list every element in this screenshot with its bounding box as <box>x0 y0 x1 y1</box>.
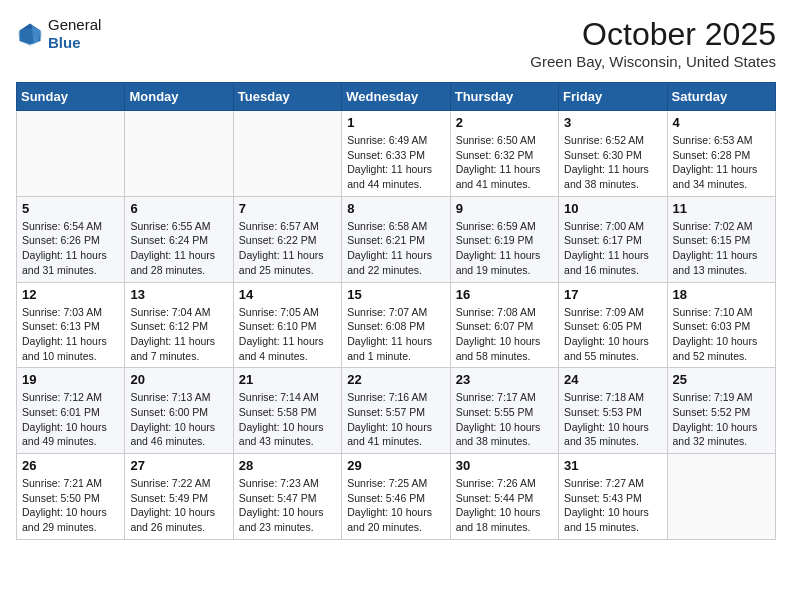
day-info: Sunrise: 7:23 AM Sunset: 5:47 PM Dayligh… <box>239 476 336 535</box>
calendar-week-1: 1Sunrise: 6:49 AM Sunset: 6:33 PM Daylig… <box>17 111 776 197</box>
day-info: Sunrise: 7:04 AM Sunset: 6:12 PM Dayligh… <box>130 305 227 364</box>
logo-icon <box>16 20 44 48</box>
weekday-header-wednesday: Wednesday <box>342 83 450 111</box>
day-number: 8 <box>347 201 444 216</box>
day-number: 5 <box>22 201 119 216</box>
day-number: 25 <box>673 372 770 387</box>
calendar-cell: 29Sunrise: 7:25 AM Sunset: 5:46 PM Dayli… <box>342 454 450 540</box>
calendar-cell <box>667 454 775 540</box>
day-info: Sunrise: 7:13 AM Sunset: 6:00 PM Dayligh… <box>130 390 227 449</box>
calendar-cell: 17Sunrise: 7:09 AM Sunset: 6:05 PM Dayli… <box>559 282 667 368</box>
day-number: 17 <box>564 287 661 302</box>
day-info: Sunrise: 7:08 AM Sunset: 6:07 PM Dayligh… <box>456 305 553 364</box>
weekday-header-friday: Friday <box>559 83 667 111</box>
day-number: 1 <box>347 115 444 130</box>
calendar-cell: 27Sunrise: 7:22 AM Sunset: 5:49 PM Dayli… <box>125 454 233 540</box>
calendar-cell: 15Sunrise: 7:07 AM Sunset: 6:08 PM Dayli… <box>342 282 450 368</box>
day-info: Sunrise: 6:54 AM Sunset: 6:26 PM Dayligh… <box>22 219 119 278</box>
calendar-cell: 18Sunrise: 7:10 AM Sunset: 6:03 PM Dayli… <box>667 282 775 368</box>
day-number: 4 <box>673 115 770 130</box>
calendar-week-2: 5Sunrise: 6:54 AM Sunset: 6:26 PM Daylig… <box>17 196 776 282</box>
day-info: Sunrise: 6:59 AM Sunset: 6:19 PM Dayligh… <box>456 219 553 278</box>
day-number: 30 <box>456 458 553 473</box>
calendar-cell <box>233 111 341 197</box>
day-info: Sunrise: 6:57 AM Sunset: 6:22 PM Dayligh… <box>239 219 336 278</box>
calendar-cell: 16Sunrise: 7:08 AM Sunset: 6:07 PM Dayli… <box>450 282 558 368</box>
day-info: Sunrise: 7:16 AM Sunset: 5:57 PM Dayligh… <box>347 390 444 449</box>
calendar-cell <box>125 111 233 197</box>
calendar-cell: 3Sunrise: 6:52 AM Sunset: 6:30 PM Daylig… <box>559 111 667 197</box>
calendar-cell: 13Sunrise: 7:04 AM Sunset: 6:12 PM Dayli… <box>125 282 233 368</box>
weekday-header-saturday: Saturday <box>667 83 775 111</box>
calendar-cell: 25Sunrise: 7:19 AM Sunset: 5:52 PM Dayli… <box>667 368 775 454</box>
day-number: 31 <box>564 458 661 473</box>
day-info: Sunrise: 6:55 AM Sunset: 6:24 PM Dayligh… <box>130 219 227 278</box>
day-number: 18 <box>673 287 770 302</box>
calendar-cell: 9Sunrise: 6:59 AM Sunset: 6:19 PM Daylig… <box>450 196 558 282</box>
day-number: 19 <box>22 372 119 387</box>
calendar-cell: 23Sunrise: 7:17 AM Sunset: 5:55 PM Dayli… <box>450 368 558 454</box>
day-number: 12 <box>22 287 119 302</box>
calendar-cell: 12Sunrise: 7:03 AM Sunset: 6:13 PM Dayli… <box>17 282 125 368</box>
calendar-cell: 7Sunrise: 6:57 AM Sunset: 6:22 PM Daylig… <box>233 196 341 282</box>
day-number: 27 <box>130 458 227 473</box>
calendar-week-3: 12Sunrise: 7:03 AM Sunset: 6:13 PM Dayli… <box>17 282 776 368</box>
day-number: 6 <box>130 201 227 216</box>
day-number: 10 <box>564 201 661 216</box>
calendar: SundayMondayTuesdayWednesdayThursdayFrid… <box>16 82 776 540</box>
weekday-header-thursday: Thursday <box>450 83 558 111</box>
day-info: Sunrise: 7:22 AM Sunset: 5:49 PM Dayligh… <box>130 476 227 535</box>
calendar-cell: 1Sunrise: 6:49 AM Sunset: 6:33 PM Daylig… <box>342 111 450 197</box>
calendar-cell: 22Sunrise: 7:16 AM Sunset: 5:57 PM Dayli… <box>342 368 450 454</box>
day-info: Sunrise: 6:49 AM Sunset: 6:33 PM Dayligh… <box>347 133 444 192</box>
month-title: October 2025 <box>530 16 776 53</box>
day-info: Sunrise: 7:25 AM Sunset: 5:46 PM Dayligh… <box>347 476 444 535</box>
day-number: 9 <box>456 201 553 216</box>
calendar-cell: 31Sunrise: 7:27 AM Sunset: 5:43 PM Dayli… <box>559 454 667 540</box>
location: Green Bay, Wisconsin, United States <box>530 53 776 70</box>
day-info: Sunrise: 7:00 AM Sunset: 6:17 PM Dayligh… <box>564 219 661 278</box>
day-info: Sunrise: 7:17 AM Sunset: 5:55 PM Dayligh… <box>456 390 553 449</box>
calendar-cell: 28Sunrise: 7:23 AM Sunset: 5:47 PM Dayli… <box>233 454 341 540</box>
day-number: 16 <box>456 287 553 302</box>
day-info: Sunrise: 6:58 AM Sunset: 6:21 PM Dayligh… <box>347 219 444 278</box>
day-number: 24 <box>564 372 661 387</box>
day-info: Sunrise: 7:18 AM Sunset: 5:53 PM Dayligh… <box>564 390 661 449</box>
calendar-cell: 10Sunrise: 7:00 AM Sunset: 6:17 PM Dayli… <box>559 196 667 282</box>
day-info: Sunrise: 7:21 AM Sunset: 5:50 PM Dayligh… <box>22 476 119 535</box>
day-number: 21 <box>239 372 336 387</box>
header: General Blue October 2025 Green Bay, Wis… <box>16 16 776 70</box>
day-info: Sunrise: 7:12 AM Sunset: 6:01 PM Dayligh… <box>22 390 119 449</box>
calendar-cell: 26Sunrise: 7:21 AM Sunset: 5:50 PM Dayli… <box>17 454 125 540</box>
day-info: Sunrise: 7:03 AM Sunset: 6:13 PM Dayligh… <box>22 305 119 364</box>
day-number: 14 <box>239 287 336 302</box>
day-info: Sunrise: 7:19 AM Sunset: 5:52 PM Dayligh… <box>673 390 770 449</box>
day-number: 3 <box>564 115 661 130</box>
day-info: Sunrise: 7:27 AM Sunset: 5:43 PM Dayligh… <box>564 476 661 535</box>
calendar-cell: 6Sunrise: 6:55 AM Sunset: 6:24 PM Daylig… <box>125 196 233 282</box>
calendar-cell: 11Sunrise: 7:02 AM Sunset: 6:15 PM Dayli… <box>667 196 775 282</box>
day-info: Sunrise: 7:07 AM Sunset: 6:08 PM Dayligh… <box>347 305 444 364</box>
weekday-header-tuesday: Tuesday <box>233 83 341 111</box>
day-info: Sunrise: 6:52 AM Sunset: 6:30 PM Dayligh… <box>564 133 661 192</box>
calendar-cell: 5Sunrise: 6:54 AM Sunset: 6:26 PM Daylig… <box>17 196 125 282</box>
day-number: 2 <box>456 115 553 130</box>
day-info: Sunrise: 7:05 AM Sunset: 6:10 PM Dayligh… <box>239 305 336 364</box>
day-number: 13 <box>130 287 227 302</box>
calendar-cell: 2Sunrise: 6:50 AM Sunset: 6:32 PM Daylig… <box>450 111 558 197</box>
weekday-header-row: SundayMondayTuesdayWednesdayThursdayFrid… <box>17 83 776 111</box>
day-number: 15 <box>347 287 444 302</box>
day-number: 23 <box>456 372 553 387</box>
calendar-week-5: 26Sunrise: 7:21 AM Sunset: 5:50 PM Dayli… <box>17 454 776 540</box>
day-number: 22 <box>347 372 444 387</box>
calendar-cell: 4Sunrise: 6:53 AM Sunset: 6:28 PM Daylig… <box>667 111 775 197</box>
calendar-cell: 19Sunrise: 7:12 AM Sunset: 6:01 PM Dayli… <box>17 368 125 454</box>
day-info: Sunrise: 7:02 AM Sunset: 6:15 PM Dayligh… <box>673 219 770 278</box>
calendar-cell: 21Sunrise: 7:14 AM Sunset: 5:58 PM Dayli… <box>233 368 341 454</box>
day-info: Sunrise: 6:50 AM Sunset: 6:32 PM Dayligh… <box>456 133 553 192</box>
day-info: Sunrise: 7:26 AM Sunset: 5:44 PM Dayligh… <box>456 476 553 535</box>
calendar-cell: 30Sunrise: 7:26 AM Sunset: 5:44 PM Dayli… <box>450 454 558 540</box>
day-number: 20 <box>130 372 227 387</box>
day-number: 11 <box>673 201 770 216</box>
logo-text: General Blue <box>48 16 101 52</box>
